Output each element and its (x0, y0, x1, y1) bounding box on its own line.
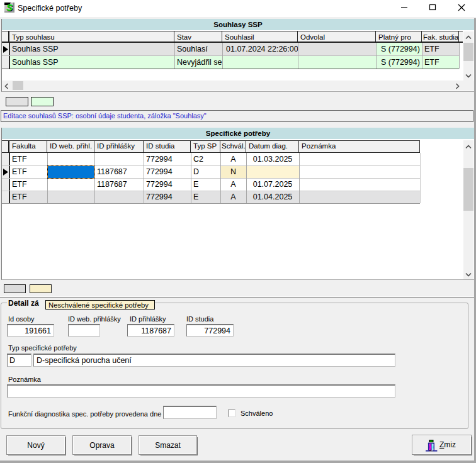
svg-text:S: S (6, 3, 13, 13)
